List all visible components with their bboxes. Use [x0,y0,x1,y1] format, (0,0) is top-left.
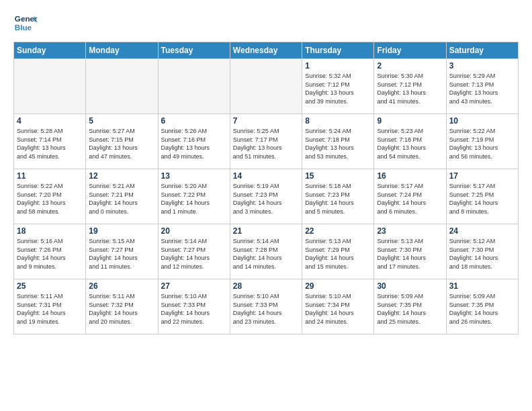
week-row-2: 4Sunrise: 5:28 AM Sunset: 7:14 PM Daylig… [14,114,519,169]
calendar-cell: 5Sunrise: 5:27 AM Sunset: 7:15 PM Daylig… [86,114,158,169]
calendar-cell: 22Sunrise: 5:13 AM Sunset: 7:29 PM Dayli… [302,224,374,279]
calendar-cell: 21Sunrise: 5:14 AM Sunset: 7:28 PM Dayli… [230,224,302,279]
day-number: 18 [17,226,83,236]
calendar-cell: 19Sunrise: 5:15 AM Sunset: 7:27 PM Dayli… [86,224,158,279]
day-info: Sunrise: 5:21 AM Sunset: 7:21 PM Dayligh… [89,182,154,216]
calendar-cell: 24Sunrise: 5:12 AM Sunset: 7:30 PM Dayli… [446,224,518,279]
calendar-cell [86,59,158,114]
weekday-header-tuesday: Tuesday [158,42,230,59]
day-number: 23 [377,226,443,236]
svg-text:Blue: Blue [15,23,32,32]
calendar-cell [14,59,86,114]
week-row-3: 11Sunrise: 5:22 AM Sunset: 7:20 PM Dayli… [14,169,519,224]
day-number: 3 [449,61,515,71]
day-info: Sunrise: 5:11 AM Sunset: 7:32 PM Dayligh… [89,292,154,326]
day-number: 8 [305,116,371,126]
calendar-cell: 9Sunrise: 5:23 AM Sunset: 7:18 PM Daylig… [374,114,446,169]
calendar-cell: 12Sunrise: 5:21 AM Sunset: 7:21 PM Dayli… [86,169,158,224]
weekday-header-sunday: Sunday [14,42,86,59]
calendar-cell [158,59,230,114]
page: General Blue SundayMondayTuesdayWednesda… [0,0,532,411]
day-info: Sunrise: 5:13 AM Sunset: 7:29 PM Dayligh… [305,237,371,271]
day-number: 30 [377,281,443,291]
day-info: Sunrise: 5:28 AM Sunset: 7:14 PM Dayligh… [17,127,83,161]
logo: General Blue [13,11,38,35]
day-number: 17 [449,171,515,181]
day-number: 21 [233,226,299,236]
day-info: Sunrise: 5:09 AM Sunset: 7:35 PM Dayligh… [449,292,515,326]
week-row-1: 1Sunrise: 5:32 AM Sunset: 7:12 PM Daylig… [14,59,519,114]
day-number: 29 [305,281,371,291]
day-info: Sunrise: 5:15 AM Sunset: 7:27 PM Dayligh… [89,237,154,271]
calendar-cell: 16Sunrise: 5:17 AM Sunset: 7:24 PM Dayli… [374,169,446,224]
calendar-cell: 14Sunrise: 5:19 AM Sunset: 7:23 PM Dayli… [230,169,302,224]
day-info: Sunrise: 5:26 AM Sunset: 7:16 PM Dayligh… [161,127,227,161]
day-number: 26 [89,281,154,291]
day-info: Sunrise: 5:11 AM Sunset: 7:31 PM Dayligh… [17,292,83,326]
day-info: Sunrise: 5:17 AM Sunset: 7:24 PM Dayligh… [377,182,443,216]
day-number: 20 [161,226,227,236]
day-number: 4 [17,116,83,126]
day-info: Sunrise: 5:25 AM Sunset: 7:17 PM Dayligh… [233,127,299,161]
calendar-cell: 13Sunrise: 5:20 AM Sunset: 7:22 PM Dayli… [158,169,230,224]
day-info: Sunrise: 5:23 AM Sunset: 7:18 PM Dayligh… [377,127,443,161]
day-number: 27 [161,281,227,291]
calendar-cell: 4Sunrise: 5:28 AM Sunset: 7:14 PM Daylig… [14,114,86,169]
day-info: Sunrise: 5:17 AM Sunset: 7:25 PM Dayligh… [449,182,515,216]
day-number: 10 [449,116,515,126]
calendar-cell: 2Sunrise: 5:30 AM Sunset: 7:12 PM Daylig… [374,59,446,114]
day-number: 16 [377,171,443,181]
calendar-cell: 31Sunrise: 5:09 AM Sunset: 7:35 PM Dayli… [446,279,518,334]
day-info: Sunrise: 5:24 AM Sunset: 7:18 PM Dayligh… [305,127,371,161]
day-info: Sunrise: 5:29 AM Sunset: 7:13 PM Dayligh… [449,72,515,105]
weekday-header-thursday: Thursday [302,42,374,59]
day-number: 7 [233,116,299,126]
week-row-4: 18Sunrise: 5:16 AM Sunset: 7:26 PM Dayli… [14,224,519,279]
calendar-table: SundayMondayTuesdayWednesdayThursdayFrid… [13,42,519,334]
header: General Blue [13,11,519,35]
calendar-cell: 1Sunrise: 5:32 AM Sunset: 7:12 PM Daylig… [302,59,374,114]
weekday-header-monday: Monday [86,42,158,59]
day-number: 14 [233,171,299,181]
calendar-cell: 28Sunrise: 5:10 AM Sunset: 7:33 PM Dayli… [230,279,302,334]
day-info: Sunrise: 5:13 AM Sunset: 7:30 PM Dayligh… [377,237,443,271]
calendar-cell: 18Sunrise: 5:16 AM Sunset: 7:26 PM Dayli… [14,224,86,279]
day-number: 2 [377,61,443,71]
calendar-cell: 10Sunrise: 5:22 AM Sunset: 7:19 PM Dayli… [446,114,518,169]
day-info: Sunrise: 5:27 AM Sunset: 7:15 PM Dayligh… [89,127,154,161]
day-info: Sunrise: 5:10 AM Sunset: 7:33 PM Dayligh… [161,292,227,326]
calendar-cell: 15Sunrise: 5:18 AM Sunset: 7:23 PM Dayli… [302,169,374,224]
logo-icon: General Blue [13,11,38,35]
day-number: 15 [305,171,371,181]
calendar-cell: 25Sunrise: 5:11 AM Sunset: 7:31 PM Dayli… [14,279,86,334]
day-number: 28 [233,281,299,291]
day-info: Sunrise: 5:20 AM Sunset: 7:22 PM Dayligh… [161,182,227,216]
day-info: Sunrise: 5:18 AM Sunset: 7:23 PM Dayligh… [305,182,371,216]
day-info: Sunrise: 5:32 AM Sunset: 7:12 PM Dayligh… [305,72,371,105]
day-info: Sunrise: 5:19 AM Sunset: 7:23 PM Dayligh… [233,182,299,216]
day-info: Sunrise: 5:22 AM Sunset: 7:20 PM Dayligh… [17,182,83,216]
day-info: Sunrise: 5:30 AM Sunset: 7:12 PM Dayligh… [377,72,443,105]
day-number: 25 [17,281,83,291]
day-info: Sunrise: 5:14 AM Sunset: 7:27 PM Dayligh… [161,237,227,271]
day-number: 19 [89,226,154,236]
weekday-header-wednesday: Wednesday [230,42,302,59]
calendar-cell: 8Sunrise: 5:24 AM Sunset: 7:18 PM Daylig… [302,114,374,169]
calendar-cell [230,59,302,114]
day-number: 11 [17,171,83,181]
calendar-cell: 30Sunrise: 5:09 AM Sunset: 7:35 PM Dayli… [374,279,446,334]
calendar-cell: 7Sunrise: 5:25 AM Sunset: 7:17 PM Daylig… [230,114,302,169]
day-info: Sunrise: 5:22 AM Sunset: 7:19 PM Dayligh… [449,127,515,161]
day-info: Sunrise: 5:10 AM Sunset: 7:33 PM Dayligh… [233,292,299,326]
calendar-cell: 6Sunrise: 5:26 AM Sunset: 7:16 PM Daylig… [158,114,230,169]
calendar-cell: 27Sunrise: 5:10 AM Sunset: 7:33 PM Dayli… [158,279,230,334]
calendar-cell: 23Sunrise: 5:13 AM Sunset: 7:30 PM Dayli… [374,224,446,279]
day-number: 1 [305,61,371,71]
weekday-header-saturday: Saturday [446,42,518,59]
day-number: 13 [161,171,227,181]
day-info: Sunrise: 5:09 AM Sunset: 7:35 PM Dayligh… [377,292,443,326]
calendar-cell: 20Sunrise: 5:14 AM Sunset: 7:27 PM Dayli… [158,224,230,279]
weekday-header-row: SundayMondayTuesdayWednesdayThursdayFrid… [14,42,519,59]
day-number: 5 [89,116,154,126]
day-number: 6 [161,116,227,126]
